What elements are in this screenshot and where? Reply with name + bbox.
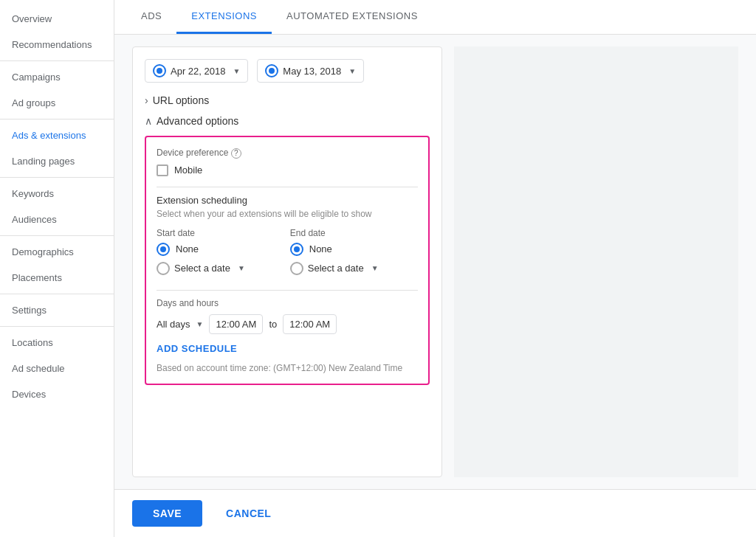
advanced-options-label: Advanced options	[157, 115, 238, 127]
cancel-button[interactable]: CANCEL	[211, 500, 286, 527]
sidebar-item-demographics[interactable]: Demographics	[0, 239, 114, 265]
tab-automated-extensions[interactable]: AUTOMATED EXTENSIONS	[272, 0, 433, 34]
sidebar-item-locations[interactable]: Locations	[0, 330, 114, 356]
sidebar-item-overview[interactable]: Overview	[0, 6, 114, 32]
days-hours-label: Days and hours	[157, 298, 418, 308]
all-days-label: All days	[157, 319, 190, 330]
all-days-arrow-icon: ▼	[196, 320, 204, 328]
advanced-options-box: Device preference ? Mobile Extension sch…	[145, 136, 430, 385]
all-days-dropdown[interactable]: All days ▼	[157, 319, 203, 330]
end-select-arrow-icon: ▼	[371, 264, 379, 272]
sidebar-item-settings[interactable]: Settings	[0, 297, 114, 323]
footer: SAVE CANCEL	[114, 489, 756, 537]
start-date-col-label: Start date	[157, 228, 284, 238]
advanced-options-chevron-icon: ∧	[145, 115, 152, 127]
start-date-value: Apr 22, 2018	[171, 66, 225, 77]
end-time-value: 12:00 AM	[289, 319, 330, 330]
end-none-label: None	[309, 243, 332, 254]
sidebar-item-audiences[interactable]: Audiences	[0, 207, 114, 232]
days-time-row: All days ▼ 12:00 AM to 12:00 AM	[157, 314, 418, 334]
start-time-value: 12:00 AM	[216, 319, 256, 330]
end-time-box[interactable]: 12:00 AM	[283, 314, 337, 334]
end-select-date-btn[interactable]: Select a date	[308, 263, 364, 274]
end-date-arrow-icon: ▼	[348, 67, 356, 75]
sidebar-item-campaigns[interactable]: Campaigns	[0, 64, 114, 90]
end-none-row: None	[290, 243, 418, 256]
end-date-value: May 13, 2018	[283, 66, 341, 77]
save-button[interactable]: SAVE	[132, 500, 202, 527]
sidebar-divider-6	[0, 326, 114, 327]
url-options-header[interactable]: › URL options	[145, 94, 430, 106]
start-date-arrow-icon: ▼	[233, 67, 240, 75]
divider-dates-days	[157, 290, 418, 291]
device-preference-row: Device preference ?	[157, 148, 418, 159]
date-row: Apr 22, 2018 ▼ May 13, 2018 ▼	[145, 59, 430, 83]
right-panel	[454, 46, 739, 477]
sidebar-item-keywords[interactable]: Keywords	[0, 181, 114, 207]
mobile-checkbox-row: Mobile	[157, 164, 418, 176]
device-preference-label: Device preference	[157, 148, 228, 158]
start-date-selector[interactable]: Apr 22, 2018 ▼	[145, 59, 248, 83]
add-schedule-button[interactable]: ADD SCHEDULE	[157, 343, 418, 354]
mobile-label: Mobile	[174, 164, 202, 176]
start-date-radio	[153, 64, 166, 77]
divider-device-scheduling	[157, 187, 418, 187]
url-options-label: URL options	[153, 94, 210, 106]
end-select-date-row: Select a date ▼	[290, 262, 418, 275]
extension-scheduling-label: Extension scheduling	[157, 195, 418, 206]
sidebar-divider-5	[0, 294, 114, 294]
sidebar-item-placements[interactable]: Placements	[0, 265, 114, 291]
start-none-row: None	[157, 243, 284, 256]
sidebar-divider-3	[0, 177, 114, 178]
end-date-radio	[265, 64, 278, 77]
start-select-date-row: Select a date ▼	[157, 262, 284, 275]
scheduling-date-grid: Start date None Select a date ▼ End date	[157, 228, 418, 281]
sidebar-item-ad-schedule[interactable]: Ad schedule	[0, 356, 114, 381]
start-select-radio[interactable]	[157, 262, 170, 275]
tab-ads[interactable]: ADS	[126, 0, 176, 34]
start-select-arrow-icon: ▼	[238, 264, 245, 272]
sidebar-divider-1	[0, 60, 114, 61]
sidebar-item-ad-groups[interactable]: Ad groups	[0, 90, 114, 116]
main-area: ADS EXTENSIONS AUTOMATED EXTENSIONS Apr …	[114, 0, 756, 537]
extension-scheduling-sub: Select when your ad extensions will be e…	[157, 209, 418, 219]
device-preference-help-icon[interactable]: ?	[231, 148, 241, 159]
advanced-options-header[interactable]: ∧ Advanced options	[145, 115, 430, 127]
form-panel: Apr 22, 2018 ▼ May 13, 2018 ▼ › URL opti…	[132, 46, 442, 477]
sidebar-item-recommendations[interactable]: Recommendations	[0, 32, 114, 58]
sidebar-divider-2	[0, 119, 114, 119]
sidebar-item-devices[interactable]: Devices	[0, 381, 114, 407]
url-options-chevron-icon: ›	[145, 94, 148, 106]
start-none-label: None	[176, 243, 199, 254]
end-date-col: End date None Select a date ▼	[290, 228, 418, 281]
end-select-radio[interactable]	[290, 262, 303, 275]
end-date-selector[interactable]: May 13, 2018 ▼	[257, 59, 364, 83]
start-date-col: Start date None Select a date ▼	[157, 228, 284, 281]
start-time-box[interactable]: 12:00 AM	[209, 314, 263, 334]
sidebar-item-landing-pages[interactable]: Landing pages	[0, 148, 114, 174]
sidebar-divider-4	[0, 235, 114, 236]
timezone-note: Based on account time zone: (GMT+12:00) …	[157, 363, 418, 373]
end-none-radio[interactable]	[290, 243, 303, 256]
mobile-checkbox[interactable]	[157, 164, 168, 176]
sidebar-item-ads-extensions[interactable]: Ads & extensions	[0, 122, 114, 148]
tab-extensions[interactable]: EXTENSIONS	[176, 0, 272, 34]
start-select-date-btn[interactable]: Select a date	[174, 263, 230, 274]
content-area: Apr 22, 2018 ▼ May 13, 2018 ▼ › URL opti…	[114, 35, 756, 489]
start-none-radio[interactable]	[157, 243, 170, 256]
end-date-col-label: End date	[290, 228, 418, 238]
to-label: to	[269, 319, 277, 330]
sidebar: Overview Recommendations Campaigns Ad gr…	[0, 0, 114, 537]
tabs-bar: ADS EXTENSIONS AUTOMATED EXTENSIONS	[114, 0, 756, 35]
